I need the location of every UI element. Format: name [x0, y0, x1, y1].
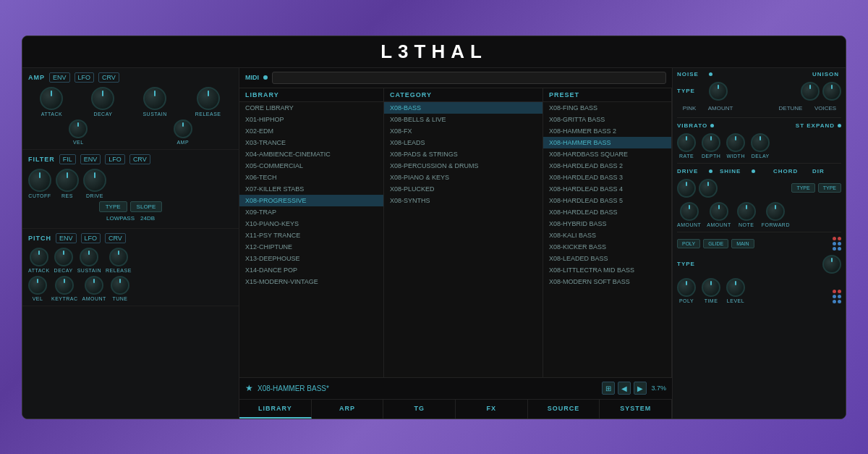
amp-knob[interactable] [174, 119, 192, 138]
library-item[interactable]: X03-TRANCE [239, 137, 383, 148]
level-knob[interactable] [726, 278, 745, 297]
category-item[interactable]: X08-PIANO & KEYS [384, 172, 542, 183]
cutoff-knob[interactable] [28, 169, 51, 192]
amp-tab-lfo[interactable]: LFO [75, 72, 95, 83]
rate-knob[interactable] [677, 133, 696, 152]
tab-source[interactable]: SOURCE [528, 400, 600, 419]
library-item[interactable]: X11-PSY TRANCE [239, 230, 383, 241]
preset-item[interactable]: X08-HARDLEAD BASS 5 [543, 195, 671, 206]
release-knob[interactable] [197, 87, 220, 110]
prev-icon-btn[interactable]: ◀ [618, 382, 631, 395]
delay-knob[interactable] [751, 133, 770, 152]
st-expand-dot[interactable] [838, 124, 841, 127]
category-item[interactable]: X08-FX [384, 125, 542, 137]
category-item[interactable]: X08-PERCUSSION & DRUMS [384, 160, 542, 172]
shine-amount-knob[interactable] [699, 179, 718, 198]
forward-knob[interactable] [766, 202, 785, 221]
glide-button[interactable]: GLIDE [703, 239, 728, 248]
preset-item[interactable]: X08-LITTLECTRA MID BASS [543, 264, 671, 276]
poly2-knob[interactable] [677, 278, 696, 297]
tab-fx[interactable]: FX [456, 400, 528, 419]
tab-library[interactable]: LIBRARY [239, 400, 312, 419]
pitch-tab-crv[interactable]: CRV [105, 233, 126, 243]
drive-amount-knob[interactable] [677, 179, 696, 198]
drive-knob[interactable] [83, 169, 106, 192]
preset-item[interactable]: X08-HYBRID BASS [543, 218, 671, 230]
library-item[interactable]: X12-CHIPTUNE [239, 241, 383, 253]
library-item[interactable]: X09-TRAP [239, 206, 383, 218]
poly-button[interactable]: POLY [677, 239, 700, 248]
amount2-knob[interactable] [710, 202, 728, 221]
preset-item[interactable]: X08-HARDBASS SQUARE [543, 148, 671, 160]
depth-knob[interactable] [702, 133, 720, 152]
filter-tab-env[interactable]: ENV [80, 154, 101, 164]
main-button[interactable]: MAIN [731, 239, 754, 248]
tab-system[interactable]: SYSTEM [600, 400, 672, 419]
category-item-selected[interactable]: X08-BASS [384, 102, 542, 114]
preset-item[interactable]: X08-HARDLEAD BASS 3 [543, 172, 671, 183]
library-item[interactable]: X13-DEEPHOUSE [239, 253, 383, 264]
pitch-tab-env[interactable]: ENV [56, 233, 77, 243]
pitch-sustain-knob[interactable] [80, 248, 98, 266]
noise-type-knob[interactable] [709, 82, 728, 101]
vibrato-dot[interactable] [710, 124, 714, 127]
library-item[interactable]: X05-COMMERCIAL [239, 160, 383, 172]
voice-type-knob[interactable] [822, 255, 841, 274]
amp-tab-env[interactable]: ENV [49, 72, 70, 83]
slope-button[interactable]: SLOPE [130, 201, 163, 212]
amp-tab-crv[interactable]: CRV [98, 72, 119, 83]
amount1-knob[interactable] [680, 202, 699, 221]
width-knob[interactable] [726, 133, 745, 152]
search-input[interactable] [272, 72, 666, 84]
keytrac-knob[interactable] [55, 276, 74, 295]
pitch-decay-knob[interactable] [54, 248, 73, 266]
dir-type-button[interactable]: TYPE [818, 183, 841, 193]
library-item[interactable]: X07-KILLER STABS [239, 183, 383, 195]
library-item[interactable]: X01-HIPHOP [239, 114, 383, 125]
library-item[interactable]: X04-AMBIENCE-CINEMATIC [239, 148, 383, 160]
preset-item[interactable]: X08-KICKER BASS [543, 241, 671, 253]
star-icon[interactable]: ★ [245, 383, 253, 393]
library-item[interactable]: X10-PIANO-KEYS [239, 218, 383, 230]
unison-detune-knob[interactable] [801, 82, 820, 101]
pitch-amount-knob[interactable] [85, 276, 103, 295]
tab-arp[interactable]: ARP [312, 400, 384, 419]
preset-item-selected[interactable]: X08-HAMMER BASS [543, 137, 671, 148]
pitch-vel-knob[interactable] [28, 276, 47, 295]
category-item[interactable]: X08-SYNTHS [384, 195, 542, 206]
filter-tab-fil[interactable]: FIL [59, 154, 76, 164]
preset-item[interactable]: X08-LEADED BASS [543, 253, 671, 264]
library-item[interactable]: CORE LIBRARY [239, 102, 383, 114]
library-item[interactable]: X15-MODERN-VINTAGE [239, 276, 383, 287]
res-knob[interactable] [56, 169, 79, 192]
category-item[interactable]: X08-LEADS [384, 137, 542, 148]
filter-tab-crv[interactable]: CRV [129, 154, 150, 164]
attack-knob[interactable] [40, 87, 63, 110]
vel-knob[interactable] [69, 119, 88, 138]
category-item[interactable]: X08-PLUCKED [384, 183, 542, 195]
chord-type-button[interactable]: TYPE [791, 183, 814, 193]
tab-tg[interactable]: TG [383, 400, 456, 419]
category-item[interactable]: X08-BELLS & LIVE [384, 114, 542, 125]
library-item[interactable]: X14-DANCE POP [239, 264, 383, 276]
unison-voices-knob[interactable] [822, 82, 841, 101]
save-icon-btn[interactable]: ⊞ [602, 382, 615, 395]
library-item-selected[interactable]: X08-PROGRESSIVE [239, 195, 383, 206]
next-icon-btn[interactable]: ▶ [634, 382, 647, 395]
preset-item[interactable]: X08-HAMMER BASS 2 [543, 125, 671, 137]
library-item[interactable]: X06-TECH [239, 172, 383, 183]
note-knob[interactable] [737, 202, 756, 221]
pitch-release-knob[interactable] [109, 248, 128, 266]
preset-item[interactable]: X08-HARDLEAD BASS 4 [543, 183, 671, 195]
filter-tab-lfo[interactable]: LFO [105, 154, 125, 164]
pitch-tab-lfo[interactable]: LFO [81, 233, 101, 243]
category-item[interactable]: X08-PADS & STRINGS [384, 148, 542, 160]
preset-item[interactable]: X08-KALI BASS [543, 230, 671, 241]
time-knob[interactable] [702, 278, 720, 297]
type-button[interactable]: TYPE [99, 201, 127, 212]
preset-item[interactable]: X08-MODERN SOFT BASS [543, 276, 671, 287]
drive-dot[interactable] [709, 169, 712, 173]
preset-item[interactable]: X08-HARDLEAD BASS 2 [543, 160, 671, 172]
preset-item[interactable]: X08-FING BASS [543, 102, 671, 114]
sustain-knob[interactable] [143, 87, 166, 110]
